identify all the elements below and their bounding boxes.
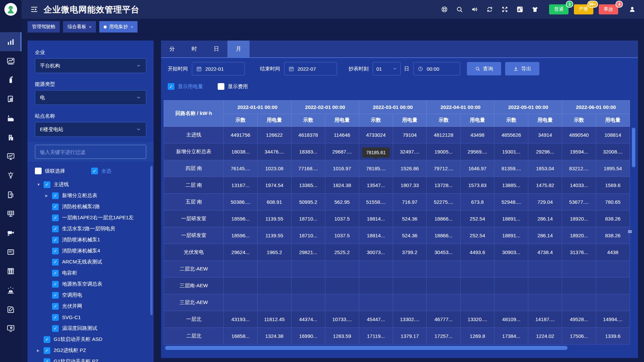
- table-cell[interactable]: 14033...: [562, 177, 596, 194]
- table-cell[interactable]: 4812128: [427, 127, 461, 143]
- sidebar-item-fire-extinguisher[interactable]: [0, 70, 21, 89]
- table-cell[interactable]: 1324.38: [257, 328, 291, 345]
- tree-checkbox[interactable]: ✓: [52, 314, 59, 321]
- sidebar-item-building[interactable]: [0, 128, 21, 147]
- table-cell[interactable]: [291, 261, 325, 278]
- table-cell[interactable]: 30073...: [359, 244, 393, 261]
- table-cell[interactable]: 252.54: [461, 227, 494, 244]
- start-date-input[interactable]: 2022-01: [192, 62, 245, 75]
- table-cell[interactable]: 1379.17: [393, 328, 427, 345]
- meter-day-select[interactable]: 01: [373, 62, 401, 75]
- table-cell[interactable]: 51558....: [359, 194, 393, 210]
- table-cell[interactable]: 252.54: [461, 210, 494, 227]
- table-cell[interactable]: 1475.82: [528, 177, 562, 194]
- table-cell[interactable]: 29569....: [461, 143, 494, 160]
- sidebar-item-bar-chart[interactable]: [0, 32, 21, 51]
- table-cell[interactable]: [291, 294, 325, 311]
- fullscreen-icon[interactable]: [501, 6, 508, 13]
- tree-item[interactable]: ✓生活水泵2路一层弱电房: [35, 223, 146, 234]
- sidebar-item-system-settings[interactable]: [0, 319, 21, 338]
- table-cell[interactable]: [359, 278, 393, 294]
- sidebar-item-ev-charger[interactable]: [0, 185, 21, 204]
- sidebar-item-meter-device[interactable]: [0, 242, 21, 261]
- table-cell[interactable]: 1965.2: [257, 244, 291, 261]
- tree-item[interactable]: ✓地源热泵空调总表: [35, 279, 146, 290]
- table-cell[interactable]: 29624...: [224, 244, 258, 261]
- show-cost-option[interactable]: 显示费用: [218, 83, 248, 90]
- tree-item[interactable]: ✓G1软启动开关柜 PZ: [35, 356, 146, 362]
- table-cell[interactable]: 126622: [257, 127, 291, 143]
- table-cell[interactable]: 31376...: [562, 244, 596, 261]
- table-cell[interactable]: 1853.04: [528, 160, 562, 177]
- table-cell[interactable]: [257, 261, 291, 278]
- alarm-button-1[interactable]: 严重99+: [574, 4, 593, 14]
- scrollbar-thumb[interactable]: [632, 128, 635, 167]
- sidebar-item-factory[interactable]: [0, 109, 21, 128]
- period-tab-1[interactable]: 分: [161, 41, 183, 57]
- table-cell[interactable]: 3799.2: [393, 244, 427, 261]
- table-cell[interactable]: 1016.97: [325, 160, 359, 177]
- table-cell[interactable]: 13320....: [461, 311, 494, 328]
- table-cell[interactable]: 673.8: [461, 194, 494, 210]
- table-cell[interactable]: 18920...: [562, 227, 596, 244]
- tree-search-input[interactable]: [35, 145, 146, 159]
- table-cell[interactable]: 78185....: [359, 160, 393, 177]
- table-cell[interactable]: 30903...: [494, 244, 528, 261]
- table-cell[interactable]: [427, 278, 461, 294]
- tree-item[interactable]: ▶✓2G2进线柜 PZ: [35, 345, 146, 356]
- table-cell[interactable]: 18596...: [224, 210, 258, 227]
- table-vertical-scrollbar[interactable]: [632, 127, 635, 345]
- table-cell[interactable]: 18814...: [359, 227, 393, 244]
- table-cell[interactable]: 18710...: [291, 227, 325, 244]
- table-cell[interactable]: [596, 278, 630, 294]
- query-button[interactable]: 查询: [467, 62, 501, 75]
- tree-checkbox[interactable]: ✓: [52, 325, 59, 332]
- table-row[interactable]: 新增分立柜总表18038...34476....18383...29687...…: [164, 143, 630, 160]
- table-cell[interactable]: [528, 261, 562, 278]
- tree-checkbox[interactable]: ✓: [44, 358, 50, 362]
- table-cell[interactable]: 2525.2: [325, 244, 359, 261]
- table-cell[interactable]: 1573.83: [461, 177, 494, 194]
- table-cell[interactable]: 1895.54: [596, 160, 630, 177]
- table-horizontal-scrollbar[interactable]: [164, 346, 635, 350]
- table-cell[interactable]: 1269.8: [461, 328, 494, 345]
- table-cell[interactable]: [461, 294, 494, 311]
- table-cell[interactable]: 4438: [596, 244, 630, 261]
- table-cell[interactable]: 4491756: [224, 127, 258, 143]
- table-row[interactable]: 光伏发电29624...1965.229821...2525.230073...…: [164, 244, 630, 261]
- table-cell[interactable]: 52275....: [427, 194, 461, 210]
- table-cell[interactable]: 1037.5: [325, 227, 359, 244]
- volume-icon[interactable]: [471, 6, 478, 13]
- table-cell[interactable]: 13547...: [359, 177, 393, 194]
- table-row[interactable]: 二层北16858...1324.3816990...1283.5917119..…: [164, 328, 630, 345]
- table-cell[interactable]: [494, 294, 528, 311]
- table-cell[interactable]: 1283.59: [325, 328, 359, 345]
- table-cell[interactable]: [427, 294, 461, 311]
- table-cell[interactable]: 49528...: [562, 311, 596, 328]
- caret-down-icon[interactable]: ▼: [37, 183, 44, 186]
- alarm-button-0[interactable]: 普通3: [549, 4, 569, 14]
- table-cell[interactable]: 780.65: [596, 194, 630, 210]
- table-cell[interactable]: 43193...: [224, 311, 258, 328]
- period-tab-4[interactable]: 月: [227, 41, 250, 57]
- table-cell[interactable]: 286.14: [528, 210, 562, 227]
- table-cell[interactable]: [224, 278, 258, 294]
- table-cell[interactable]: 17384...: [494, 328, 528, 345]
- table-cell[interactable]: 1037.5: [325, 210, 359, 227]
- period-tab-2[interactable]: 时: [183, 41, 205, 57]
- table-cell[interactable]: 4855626: [494, 127, 528, 143]
- table-cell[interactable]: 608.91: [257, 194, 291, 210]
- table-cell[interactable]: 18814...: [359, 210, 393, 227]
- user-icon[interactable]: [629, 6, 636, 13]
- table-cell[interactable]: [562, 261, 596, 278]
- select-all-option[interactable]: ✓ 全选: [91, 168, 111, 174]
- table-cell[interactable]: 32497....: [393, 143, 427, 160]
- table-cell[interactable]: [494, 278, 528, 294]
- table-cell[interactable]: 1807.33: [393, 177, 427, 194]
- table-cell[interactable]: [528, 294, 562, 311]
- table-cell[interactable]: 30453...: [427, 244, 461, 261]
- help-icon[interactable]: [441, 6, 448, 13]
- tree-checkbox[interactable]: ✓: [52, 248, 59, 254]
- table-cell[interactable]: 13728...: [427, 177, 461, 194]
- table-cell[interactable]: [494, 261, 528, 278]
